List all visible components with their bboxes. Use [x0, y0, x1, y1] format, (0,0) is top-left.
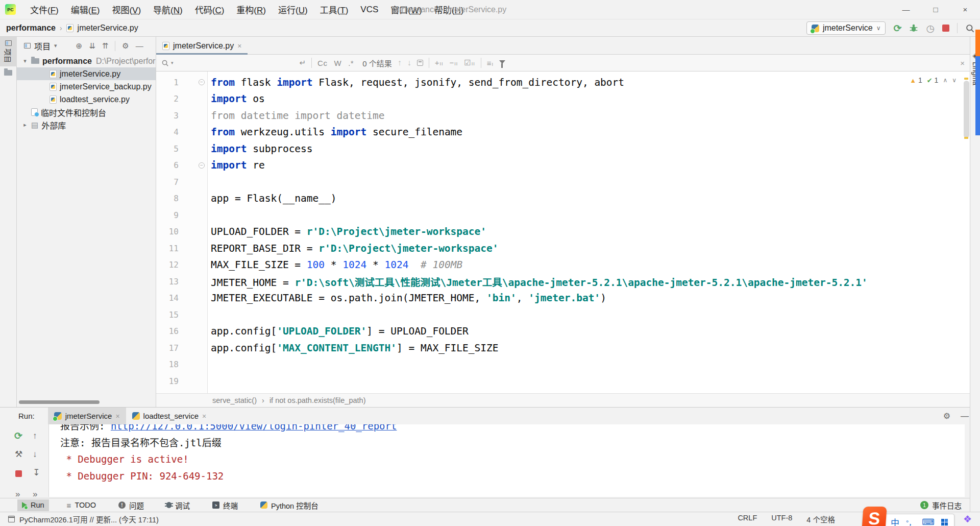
code-editor[interactable]: 1−from flask import Flask, request, json… — [156, 71, 970, 393]
menu-item-6[interactable]: 运行(U) — [272, 3, 314, 16]
run-console[interactable]: 报告示例: http://127.0.0.1:5000/view/login-p… — [48, 424, 965, 497]
sogou-logo-icon[interactable]: S — [862, 507, 887, 526]
up-stack-icon[interactable]: ↑ — [33, 432, 37, 440]
whole-words-toggle[interactable]: W — [334, 59, 341, 67]
add-filter-icon[interactable]: +II — [435, 58, 444, 67]
tree-chevron-icon[interactable]: ▾ — [22, 58, 28, 64]
toolwindow-debug-button[interactable]: 调试 — [162, 499, 194, 511]
project-panel-title[interactable]: 项目 — [34, 40, 51, 52]
fold-icon[interactable]: − — [199, 162, 205, 169]
down-stack-icon[interactable]: ↓ — [33, 450, 37, 459]
next-occurrence-icon[interactable]: ↓ — [407, 58, 411, 67]
run-config-selector[interactable]: jmeterService ∨ — [806, 21, 886, 35]
match-case-toggle[interactable]: Cc — [317, 59, 327, 67]
menu-item-2[interactable]: 视图(V) — [106, 3, 147, 16]
gear-icon[interactable]: ⚙ — [122, 41, 129, 51]
check-filter-icon[interactable]: ☑II — [464, 58, 475, 67]
search-history-caret-icon[interactable]: ▾ — [171, 60, 174, 65]
minimize-button[interactable]: — — [891, 0, 921, 19]
filter-icon[interactable] — [499, 60, 505, 64]
hide-panel-icon[interactable]: — — [136, 41, 143, 50]
toolwindow-run-button[interactable]: Run — [17, 499, 49, 511]
tree-item-3[interactable]: loadtest_service.py — [17, 93, 156, 106]
more-options-icon[interactable]: » — [33, 490, 37, 498]
rerun-button[interactable]: ⟳ — [893, 23, 901, 33]
inspection-widget[interactable]: ▲ 1 ✔ 1 ∧ ∨ — [910, 76, 957, 84]
edge-strip-blue[interactable] — [975, 56, 980, 135]
plugin-icon[interactable]: ❖ — [963, 514, 972, 524]
line-separator[interactable]: CRLF — [738, 514, 757, 524]
folder-stripe-button[interactable] — [0, 66, 17, 79]
close-find-icon[interactable]: × — [960, 59, 965, 67]
warning-stripe-mark[interactable] — [964, 78, 968, 80]
ime-mode-button[interactable]: 中 — [891, 516, 899, 526]
indent-indicator[interactable]: 4 个空格 — [806, 514, 835, 524]
menu-item-4[interactable]: 代码(C) — [189, 3, 231, 16]
menu-item-5[interactable]: 重构(R) — [230, 3, 272, 16]
close-icon[interactable]: × — [237, 42, 241, 50]
ime-punctuation-button[interactable]: °， — [906, 517, 915, 526]
run-tab-0[interactable]: jmeterService× — [48, 408, 126, 424]
project-stripe-button[interactable]: 项目 — [0, 37, 17, 66]
tree-item-1[interactable]: jmeterService.py — [17, 67, 156, 80]
menu-item-1[interactable]: 编辑(E) — [65, 3, 106, 16]
more-options-icon[interactable]: » — [15, 490, 20, 498]
collapse-all-icon[interactable]: ⇈ — [102, 41, 109, 51]
debug-button[interactable] — [909, 23, 918, 33]
horizontal-scrollbar[interactable] — [19, 400, 100, 404]
profiler-button[interactable]: ◷ — [926, 23, 935, 33]
maximize-button[interactable]: □ — [921, 0, 950, 19]
breadcrumb-scope[interactable]: serve_static() — [212, 396, 257, 404]
code-line-18: 18 — [156, 356, 963, 373]
toolwindow-term-button[interactable]: >终端 — [208, 499, 242, 511]
wrench-icon[interactable]: ⚒ — [15, 450, 22, 459]
file-encoding[interactable]: UTF-8 — [771, 514, 792, 524]
toolwindow-python-button[interactable]: Python 控制台 — [256, 499, 323, 511]
hide-panel-icon[interactable]: — — [961, 412, 969, 421]
grid-icon[interactable] — [941, 519, 948, 525]
tree-item-2[interactable]: jmeterService_backup.py — [17, 80, 156, 93]
toolwindow-todo-button[interactable]: ≡TODO — [62, 499, 101, 511]
sort-lines-icon[interactable]: ≡ I — [487, 59, 494, 67]
editor-tab[interactable]: jmeterService.py × — [156, 37, 248, 55]
menu-item-3[interactable]: 导航(N) — [147, 3, 189, 16]
scroll-to-end-icon[interactable]: ↧ — [33, 468, 40, 477]
editor-area[interactable]: jmeterService.py × ▾ ↵ CcW.* 0 个结果 ↑ ↓ +… — [156, 37, 970, 407]
console-link[interactable]: http://127.0.0.1:5000/view/login-pinter_… — [111, 424, 397, 432]
menu-item-8[interactable]: VCS — [354, 5, 384, 15]
fold-icon[interactable]: − — [199, 79, 205, 85]
expand-all-icon[interactable]: ⇊ — [89, 41, 95, 51]
rerun-icon[interactable]: ⟳ — [14, 431, 22, 441]
close-button[interactable]: × — [950, 0, 980, 19]
toolwindow-problems-button[interactable]: !问题 — [114, 499, 149, 511]
newline-icon[interactable]: ↵ — [300, 58, 306, 67]
menu-item-0[interactable]: 文件(F) — [24, 3, 65, 16]
select-all-occurrences-icon[interactable] — [417, 60, 423, 66]
search-everywhere-icon[interactable] — [965, 23, 975, 33]
close-icon[interactable]: × — [202, 413, 206, 420]
remove-filter-icon[interactable]: −II — [449, 58, 458, 67]
editor-scrollbar[interactable] — [964, 81, 969, 138]
run-tab-1[interactable]: loadtest_service× — [126, 408, 213, 424]
tree-chevron-icon[interactable]: ▸ — [22, 122, 28, 128]
menu-item-7[interactable]: 工具(T) — [314, 3, 355, 16]
regex-toggle[interactable]: .* — [348, 59, 354, 67]
warning-stripe-mark[interactable] — [964, 137, 968, 139]
next-problem-icon[interactable]: ∨ — [952, 77, 957, 84]
keyboard-icon[interactable]: ⌨ — [922, 518, 935, 526]
status-message[interactable]: PyCharm2026.1可用 // 更新... (今天 17:11) — [8, 514, 159, 524]
gear-icon[interactable]: ⚙ — [943, 411, 950, 421]
stop-icon[interactable] — [15, 470, 22, 477]
close-icon[interactable]: × — [115, 413, 119, 420]
breadcrumb-context[interactable]: if not os.path.exists(file_path) — [270, 396, 366, 404]
locate-icon[interactable]: ⊕ — [76, 41, 83, 51]
tree-item-0[interactable]: ▾performanceD:\Project\perfor — [17, 55, 156, 67]
previous-occurrence-icon[interactable]: ↑ — [398, 58, 402, 67]
previous-problem-icon[interactable]: ∧ — [943, 77, 947, 84]
tree-item-5[interactable]: ▸▤外部库 — [17, 118, 156, 131]
breadcrumb-file[interactable]: jmeterService.py — [78, 23, 138, 33]
breadcrumb-project[interactable]: performance — [6, 23, 56, 33]
stop-button[interactable] — [942, 25, 949, 32]
search-input[interactable] — [179, 59, 294, 67]
tree-item-4[interactable]: 临时文件和控制台 — [17, 106, 156, 118]
